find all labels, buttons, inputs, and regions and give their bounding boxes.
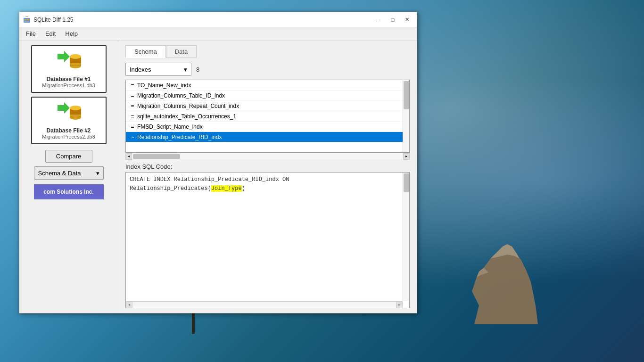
index-row-3[interactable]: = sqlite_autoindex_Table_Occurrences_1 — [126, 111, 409, 122]
index-row-2[interactable]: = Migration_Columns_Repeat_Count_indx — [126, 101, 409, 111]
db1-label: Database File #1 — [46, 76, 91, 82]
db1-filename: MigrationProcess1.db3 — [42, 82, 95, 88]
schema-dropdown-arrow: ▾ — [96, 170, 99, 177]
schema-dropdown-label: Schema & Data — [38, 170, 81, 177]
db2-icon — [54, 101, 84, 127]
sql-hscroll-right[interactable]: ▸ — [396, 302, 403, 308]
menu-help[interactable]: Help — [60, 29, 83, 39]
app-icon — [23, 16, 31, 24]
index-list-container: = TO_Name_New_indx = Migration_Columns_T… — [125, 80, 410, 153]
hscroll-right-arrow[interactable]: ▸ — [403, 153, 410, 160]
right-panel: Schema Data Indexes ▾ 8 = TO_Name_New_in… — [118, 41, 417, 313]
index-sym-3: = — [128, 113, 137, 120]
db2-label: Database File #2 — [46, 127, 91, 134]
compare-button[interactable]: Compare — [45, 150, 92, 163]
hscroll-track — [132, 153, 403, 159]
sql-vscrollbar[interactable] — [403, 173, 409, 301]
list-vscrollbar-thumb — [404, 81, 409, 109]
index-row-4[interactable]: = FMSD_Script_Name_indx — [126, 122, 409, 132]
index-name-2: Migration_Columns_Repeat_Count_indx — [137, 103, 239, 109]
svg-point-11 — [70, 54, 81, 59]
svg-rect-2 — [24, 18, 30, 23]
db-file-1-box[interactable]: Database File #1 MigrationProcess1.db3 — [31, 45, 107, 93]
sql-line2: Relationship_Predicates(Join_Type) — [130, 184, 405, 193]
maximize-button[interactable]: □ — [387, 15, 399, 25]
tab-data[interactable]: Data — [166, 45, 197, 58]
svg-rect-4 — [27, 19, 29, 20]
db1-icon — [54, 50, 84, 76]
index-sym-5: ~ — [128, 134, 137, 140]
brand-bar: com Solutions Inc. — [34, 184, 104, 199]
schema-dropdown[interactable]: Schema & Data ▾ — [34, 166, 104, 180]
index-row-5[interactable]: ~ Relationship_Predicate_RID_indx — [126, 132, 409, 142]
sql-line2-after: ) — [242, 185, 245, 192]
brand-text: com Solutions Inc. — [43, 189, 94, 195]
left-panel: Database File #1 MigrationProcess1.db3 D… — [19, 41, 118, 313]
window-controls: ─ □ ✕ — [372, 15, 413, 25]
list-hscrollbar[interactable]: ◂ ▸ — [125, 153, 410, 159]
index-count: 8 — [196, 66, 199, 73]
app-window: SQLite Diff 1.25 ─ □ ✕ File Edit Help — [19, 12, 417, 313]
window-title: SQLite Diff 1.25 — [33, 16, 372, 23]
svg-rect-3 — [25, 19, 26, 20]
sql-line2-highlight: Join_Type — [211, 185, 242, 192]
sql-hscroll-left[interactable]: ◂ — [126, 302, 132, 308]
hscroll-thumb — [133, 154, 180, 159]
hscroll-left-arrow[interactable]: ◂ — [125, 153, 132, 160]
index-list[interactable]: = TO_Name_New_indx = Migration_Columns_T… — [126, 80, 409, 152]
dropdown-arrow-icon: ▾ — [184, 66, 187, 73]
index-sym-2: = — [128, 103, 137, 109]
main-content: Database File #1 MigrationProcess1.db3 D… — [19, 41, 417, 313]
index-row-1[interactable]: = Migration_Columns_Table_ID_indx — [126, 90, 409, 101]
sql-vscrollbar-thumb — [404, 173, 409, 192]
sql-code-box: CREATE INDEX Relationship_Predicate_RID_… — [125, 172, 410, 308]
menu-edit[interactable]: Edit — [41, 29, 60, 39]
sql-line1: CREATE INDEX Relationship_Predicate_RID_… — [130, 175, 405, 184]
tab-bar: Schema Data — [125, 45, 410, 58]
svg-rect-5 — [25, 21, 29, 22]
sql-line2-before: Relationship_Predicates( — [130, 185, 211, 192]
index-row-0[interactable]: = TO_Name_New_indx — [126, 80, 409, 90]
list-vscrollbar[interactable] — [403, 80, 409, 152]
indexes-dropdown-label: Indexes — [130, 66, 151, 73]
tab-schema[interactable]: Schema — [125, 45, 166, 58]
menubar: File Edit Help — [19, 27, 417, 41]
rock-formation — [465, 230, 550, 324]
dropdown-row: Indexes ▾ 8 — [125, 63, 410, 76]
close-button[interactable]: ✕ — [401, 15, 413, 25]
index-name-4: FMSD_Script_Name_indx — [137, 123, 203, 130]
db2-filename: MigrationProcess2.db3 — [42, 134, 95, 140]
indexes-dropdown[interactable]: Indexes ▾ — [125, 63, 191, 76]
sql-text: CREATE INDEX Relationship_Predicate_RID_… — [130, 175, 405, 193]
index-sym-0: = — [128, 82, 137, 89]
titlebar: SQLite Diff 1.25 ─ □ ✕ — [19, 12, 417, 27]
menu-file[interactable]: File — [21, 29, 41, 39]
index-name-5: Relationship_Predicate_RID_indx — [137, 134, 222, 140]
minimize-button[interactable]: ─ — [372, 15, 385, 25]
sql-hscrollbar[interactable]: ◂ ▸ — [126, 301, 403, 308]
sql-label: Index SQL Code: — [125, 163, 410, 170]
index-sym-4: = — [128, 123, 137, 130]
index-name-0: TO_Name_New_indx — [137, 82, 191, 89]
index-name-3: sqlite_autoindex_Table_Occurrences_1 — [137, 113, 236, 120]
svg-point-17 — [70, 106, 81, 110]
db-file-2-box[interactable]: Database File #2 MigrationProcess2.db3 — [31, 97, 107, 144]
index-sym-1: = — [128, 92, 137, 99]
index-name-1: Migration_Columns_Table_ID_indx — [137, 92, 225, 99]
